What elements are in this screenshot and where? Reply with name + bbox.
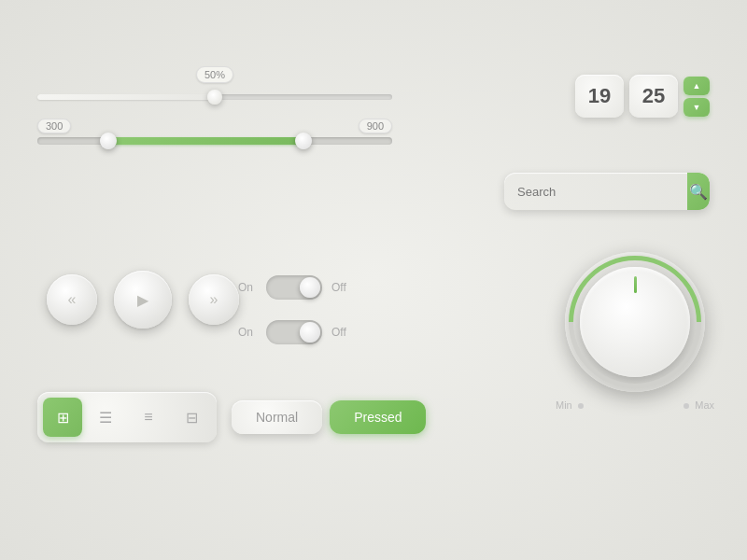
slider2-thumb-left[interactable] <box>100 133 117 149</box>
media-section: « ▶ » <box>47 271 239 329</box>
toggle1-thumb <box>300 277 320 298</box>
knob-labels: Min Max <box>556 399 714 411</box>
knob-section: Min Max <box>551 252 719 411</box>
ui-container: 50% 300 900 « ▶ <box>0 0 747 560</box>
normal-button[interactable]: Normal <box>232 400 322 434</box>
search-bar: 🔍 <box>504 173 710 210</box>
toolbar-btn-lines[interactable]: ≡ <box>129 398 168 437</box>
toolbar-btn-list[interactable]: ☰ <box>86 398 125 437</box>
lines-icon: ≡ <box>144 409 152 426</box>
search-button[interactable]: 🔍 <box>687 173 710 210</box>
toggle1-on-label: On <box>238 281 257 294</box>
toggles-section: On Off On Off <box>238 275 350 365</box>
play-button[interactable]: ▶ <box>114 271 172 329</box>
toggle-row-1: On Off <box>238 275 350 300</box>
slider1-row: 50% <box>37 65 392 100</box>
stepper-arrows: ▲ ▼ <box>684 77 710 117</box>
slider2-label-min: 300 <box>37 119 71 133</box>
stepper-up-button[interactable]: ▲ <box>684 77 710 95</box>
toolbar-btn-bars[interactable]: ⊟ <box>172 398 211 437</box>
toolbar-group: ⊞ ☰ ≡ ⊟ <box>37 392 217 442</box>
list-icon: ☰ <box>99 409 112 427</box>
stepper-section: 19 25 ▲ ▼ <box>575 75 710 118</box>
toggle-row-2: On Off <box>238 320 350 344</box>
toolbar-btn-grid[interactable]: ⊞ <box>43 398 82 437</box>
forward-icon: » <box>210 291 218 308</box>
toggle2-off-label: Off <box>331 326 350 339</box>
bars-icon: ⊟ <box>186 409 198 427</box>
grid-icon: ⊞ <box>57 409 69 427</box>
pressed-button-label: Pressed <box>354 410 402 425</box>
knob-min-dot <box>578 403 584 409</box>
search-section: 🔍 <box>504 173 710 210</box>
chevron-up-icon: ▲ <box>693 81 701 91</box>
slider2-track[interactable] <box>37 137 392 145</box>
toggle2-thumb <box>300 322 320 343</box>
knob-max-label: Max <box>681 399 714 411</box>
toggle1-off-label: Off <box>331 281 350 294</box>
stepper-value1[interactable]: 19 <box>575 75 624 118</box>
search-icon: 🔍 <box>689 183 708 201</box>
toggle2-track[interactable] <box>266 320 322 344</box>
toggle2-on-label: On <box>238 326 257 339</box>
knob-max-dot <box>684 403 689 409</box>
slider2-row: 300 900 <box>37 119 392 145</box>
rewind-icon: « <box>68 291 77 308</box>
chevron-down-icon: ▼ <box>693 103 701 112</box>
knob-outer[interactable] <box>565 252 705 392</box>
forward-button[interactable]: » <box>189 274 239 325</box>
slider1-fill <box>37 94 215 100</box>
sliders-section: 50% 300 900 <box>37 65 392 145</box>
stepper-down-button[interactable]: ▼ <box>684 98 710 117</box>
slider2-fill <box>108 137 303 145</box>
rewind-button[interactable]: « <box>47 274 97 325</box>
knob-min-label: Min <box>556 399 586 411</box>
normal-button-label: Normal <box>256 410 298 425</box>
knob-ring <box>542 229 729 416</box>
toolbar-section: ⊞ ☰ ≡ ⊟ Normal Pressed <box>37 392 426 442</box>
stepper-value2[interactable]: 25 <box>629 75 678 118</box>
slider2-label-max: 900 <box>359 119 392 133</box>
toggle1-track[interactable] <box>266 275 322 300</box>
slider1-thumb[interactable] <box>207 90 222 105</box>
slider1-label: 50% <box>196 66 233 83</box>
slider2-thumb-right[interactable] <box>295 133 312 149</box>
pressed-button[interactable]: Pressed <box>330 400 426 434</box>
slider1-track[interactable] <box>37 94 392 100</box>
search-input[interactable] <box>504 175 687 208</box>
play-icon: ▶ <box>137 291 148 309</box>
